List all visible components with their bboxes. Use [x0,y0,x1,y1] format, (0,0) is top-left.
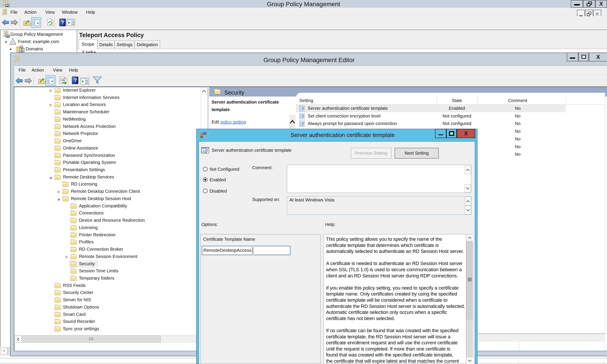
svg-text:?: ? [61,19,64,26]
svg-text:?: ? [74,77,77,83]
